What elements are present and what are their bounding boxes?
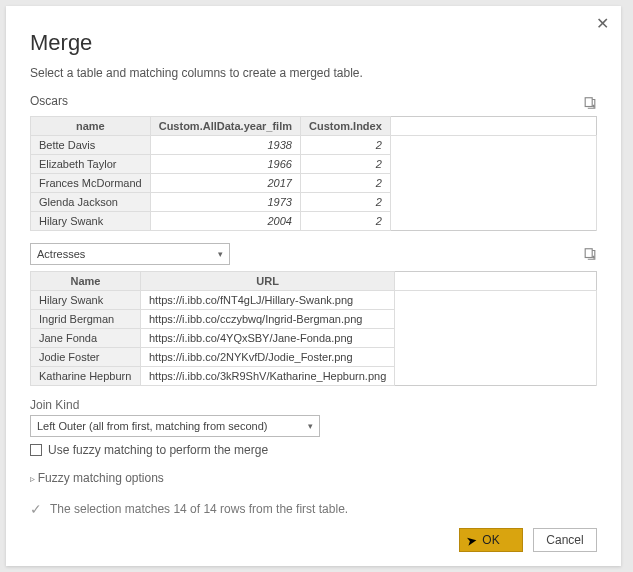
cell-name[interactable]: Hilary Swank <box>31 212 151 231</box>
spacer <box>390 136 596 155</box>
cell-url[interactable]: https://i.ibb.co/fNT4gLJ/Hillary-Swank.p… <box>141 291 395 310</box>
actresses-table[interactable]: Name URL Hilary Swankhttps://i.ibb.co/fN… <box>30 271 597 386</box>
dialog-title: Merge <box>30 30 597 56</box>
cell-index[interactable]: 2 <box>300 136 390 155</box>
table-row[interactable]: Elizabeth Taylor19662 <box>31 155 597 174</box>
cursor-icon: ➤ <box>465 532 478 549</box>
fuzzy-label: Use fuzzy matching to perform the merge <box>48 443 268 457</box>
table-row[interactable]: Jodie Fosterhttps://i.ibb.co/2NYKvfD/Jod… <box>31 348 597 367</box>
table-row[interactable]: Ingrid Bergmanhttps://i.ibb.co/cczybwq/I… <box>31 310 597 329</box>
dialog-subtitle: Select a table and matching columns to c… <box>30 66 597 80</box>
spacer <box>395 310 597 329</box>
cell-url[interactable]: https://i.ibb.co/4YQxSBY/Jane-Fonda.png <box>141 329 395 348</box>
cell-year[interactable]: 1938 <box>150 136 300 155</box>
spacer <box>395 367 597 386</box>
cell-name[interactable]: Jodie Foster <box>31 348 141 367</box>
table-row[interactable]: Bette Davis19382 <box>31 136 597 155</box>
col-year[interactable]: Custom.AllData.year_film <box>150 117 300 136</box>
chevron-down-icon: ▾ <box>218 249 223 259</box>
spacer <box>395 348 597 367</box>
spacer <box>390 155 596 174</box>
cell-name[interactable]: Katharine Hepburn <box>31 367 141 386</box>
spacer <box>390 212 596 231</box>
spacer <box>395 291 597 310</box>
svg-rect-0 <box>585 98 592 107</box>
status-text: The selection matches 14 of 14 rows from… <box>50 502 348 516</box>
ok-button[interactable]: ➤ OK <box>459 528 523 552</box>
dialog-footer: ➤ OK Cancel <box>459 528 597 552</box>
table-row[interactable]: Hilary Swankhttps://i.ibb.co/fNT4gLJ/Hil… <box>31 291 597 310</box>
spacer <box>395 329 597 348</box>
spacer <box>390 174 596 193</box>
check-icon: ✓ <box>30 501 42 517</box>
cell-index[interactable]: 2 <box>300 212 390 231</box>
col-name[interactable]: name <box>31 117 151 136</box>
close-icon[interactable]: ✕ <box>596 14 609 33</box>
chevron-down-icon: ▾ <box>308 421 313 431</box>
spacer <box>390 193 596 212</box>
select-value: Actresses <box>37 248 85 260</box>
cancel-button[interactable]: Cancel <box>533 528 597 552</box>
cell-url[interactable]: https://i.ibb.co/3kR9ShV/Katharine_Hepbu… <box>141 367 395 386</box>
table-row[interactable]: Frances McDormand20172 <box>31 174 597 193</box>
cell-year[interactable]: 2004 <box>150 212 300 231</box>
cell-name[interactable]: Hilary Swank <box>31 291 141 310</box>
refresh-icon[interactable] <box>583 247 597 261</box>
col-url[interactable]: URL <box>141 272 395 291</box>
refresh-icon[interactable] <box>583 96 597 110</box>
cell-url[interactable]: https://i.ibb.co/cczybwq/Ingrid-Bergman.… <box>141 310 395 329</box>
svg-rect-1 <box>585 249 592 258</box>
fuzzy-checkbox[interactable] <box>30 444 42 456</box>
table-row[interactable]: Hilary Swank20042 <box>31 212 597 231</box>
cell-year[interactable]: 1966 <box>150 155 300 174</box>
cell-name[interactable]: Elizabeth Taylor <box>31 155 151 174</box>
col-index[interactable]: Custom.Index <box>300 117 390 136</box>
table-row[interactable]: Katharine Hepburnhttps://i.ibb.co/3kR9Sh… <box>31 367 597 386</box>
cell-index[interactable]: 2 <box>300 193 390 212</box>
spacer <box>390 117 596 136</box>
cell-name[interactable]: Frances McDormand <box>31 174 151 193</box>
col-name2[interactable]: Name <box>31 272 141 291</box>
cell-name[interactable]: Ingrid Bergman <box>31 310 141 329</box>
cell-index[interactable]: 2 <box>300 174 390 193</box>
spacer <box>395 272 597 291</box>
cell-year[interactable]: 1973 <box>150 193 300 212</box>
join-kind-label: Join Kind <box>30 398 597 412</box>
cell-url[interactable]: https://i.ibb.co/2NYKvfD/Jodie_Foster.pn… <box>141 348 395 367</box>
join-kind-select[interactable]: Left Outer (all from first, matching fro… <box>30 415 320 437</box>
table1-label: Oscars <box>30 94 68 108</box>
cell-name[interactable]: Jane Fonda <box>31 329 141 348</box>
cell-name[interactable]: Bette Davis <box>31 136 151 155</box>
second-table-select[interactable]: Actresses ▾ <box>30 243 230 265</box>
cell-name[interactable]: Glenda Jackson <box>31 193 151 212</box>
cell-index[interactable]: 2 <box>300 155 390 174</box>
fuzzy-options-expander[interactable]: Fuzzy matching options <box>30 471 597 485</box>
table-row[interactable]: Glenda Jackson19732 <box>31 193 597 212</box>
oscars-table[interactable]: name Custom.AllData.year_film Custom.Ind… <box>30 116 597 231</box>
cell-year[interactable]: 2017 <box>150 174 300 193</box>
join-kind-value: Left Outer (all from first, matching fro… <box>37 420 267 432</box>
table-row[interactable]: Jane Fondahttps://i.ibb.co/4YQxSBY/Jane-… <box>31 329 597 348</box>
merge-dialog: ✕ Merge Select a table and matching colu… <box>6 6 621 566</box>
